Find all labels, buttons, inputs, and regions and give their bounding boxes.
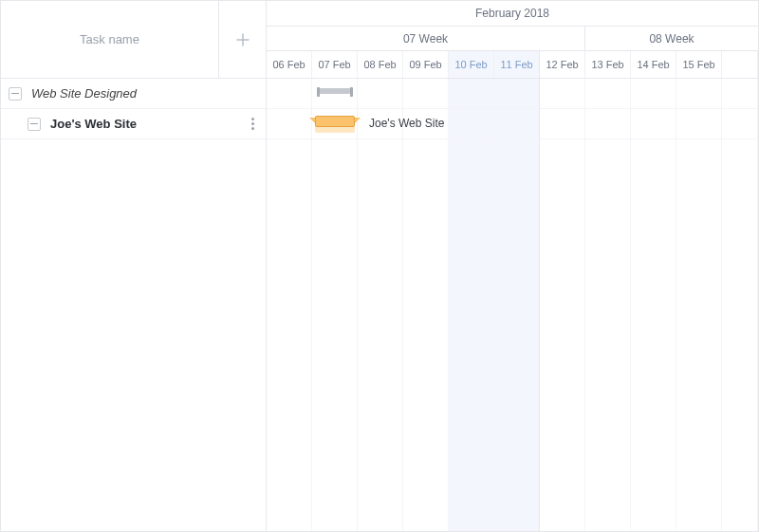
task-label: Joe's Web Site xyxy=(50,117,137,131)
gantt-row-task: Joe's Web Site xyxy=(267,109,758,139)
task-bar-wing-icon xyxy=(354,118,361,124)
timeline-column xyxy=(358,79,403,531)
day-cell: 07 Feb xyxy=(312,51,358,78)
gantt-rows: Joe's Web Site xyxy=(267,79,758,139)
day-cell: 09 Feb xyxy=(403,51,449,78)
task-row[interactable]: Joe's Web Site xyxy=(1,109,266,139)
day-cell-weekend: 10 Feb xyxy=(449,51,494,78)
timeline-column xyxy=(312,79,358,531)
days-row: 06 Feb 07 Feb 08 Feb 09 Feb 10 Feb 11 Fe… xyxy=(267,51,758,78)
timeline-column xyxy=(585,79,631,531)
task-name-column-header: Task name xyxy=(1,32,218,46)
day-cell: 15 Feb xyxy=(676,51,722,78)
timeline-column-weekend xyxy=(449,79,494,531)
timeline-column-weekend xyxy=(494,79,540,531)
summary-bar[interactable] xyxy=(318,88,352,94)
task-rows: Web Site Designed Joe's Web Site xyxy=(1,79,266,531)
plus-icon xyxy=(236,33,250,46)
collapse-toggle[interactable] xyxy=(28,118,41,131)
day-cell: 13 Feb xyxy=(585,51,631,78)
dots-icon xyxy=(251,122,254,125)
timeline-body[interactable]: Joe's Web Site xyxy=(267,79,758,531)
weeks-row: 07 Week 08 Week xyxy=(267,27,758,52)
task-list-panel: Task name Web Site Designed xyxy=(1,1,267,531)
gantt-app: Task name Web Site Designed xyxy=(0,0,759,532)
timeline-column xyxy=(267,79,312,531)
week-cell: 07 Week xyxy=(267,27,585,51)
dots-icon xyxy=(251,118,254,120)
task-bar-label: Joe's Web Site xyxy=(369,117,444,130)
main-area: Task name Web Site Designed xyxy=(1,1,758,531)
minus-icon xyxy=(11,93,19,95)
timeline-columns-bg xyxy=(267,79,758,531)
day-cell: 08 Feb xyxy=(358,51,403,78)
timeline-column xyxy=(540,79,585,531)
day-cell: 12 Feb xyxy=(540,51,585,78)
task-bar-shadow xyxy=(315,126,355,133)
timeline-column xyxy=(722,79,758,531)
add-column-button[interactable] xyxy=(218,1,266,79)
row-actions-button[interactable] xyxy=(251,118,254,130)
timeline-panel: February 2018 07 Week 08 Week 06 Feb 07 … xyxy=(267,1,758,531)
task-list-header: Task name xyxy=(1,1,266,79)
dots-icon xyxy=(251,127,254,130)
day-cell xyxy=(722,51,758,78)
task-bar[interactable] xyxy=(312,116,358,133)
timeline-header: February 2018 07 Week 08 Week 06 Feb 07 … xyxy=(267,1,758,79)
task-bar-body xyxy=(315,116,355,127)
minus-icon xyxy=(30,123,38,125)
gantt-row-summary xyxy=(267,79,758,109)
timeline-column xyxy=(676,79,722,531)
day-cell-weekend: 11 Feb xyxy=(494,51,540,78)
week-cell: 08 Week xyxy=(585,27,758,51)
timeline-column xyxy=(403,79,449,531)
day-cell: 14 Feb xyxy=(631,51,676,78)
day-cell: 06 Feb xyxy=(267,51,312,78)
collapse-toggle[interactable] xyxy=(9,87,22,101)
month-label: February 2018 xyxy=(267,1,758,27)
task-row-summary[interactable]: Web Site Designed xyxy=(1,79,266,109)
task-label: Web Site Designed xyxy=(31,86,137,101)
timeline-column xyxy=(631,79,676,531)
